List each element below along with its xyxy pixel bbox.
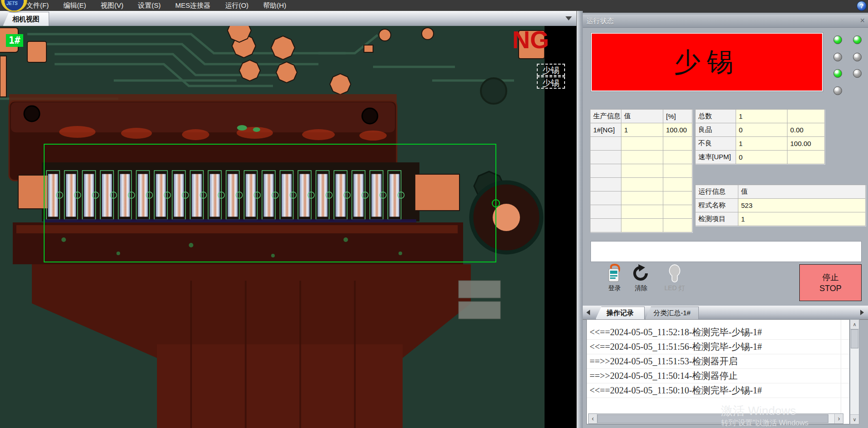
table-label-cell	[590, 178, 621, 191]
menu-item-6[interactable]: 帮助(H)	[263, 1, 286, 10]
table-value-cell	[663, 137, 692, 151]
stop-label-en: STOP	[819, 283, 842, 294]
table-value-cell	[621, 205, 663, 219]
clear-button[interactable]: 清除	[628, 263, 654, 298]
status-led-1-1	[853, 53, 862, 61]
table-row: 总数1	[696, 110, 825, 123]
chevron-down-icon[interactable]	[565, 16, 572, 20]
table-value-cell	[663, 205, 692, 219]
table-label-cell	[590, 137, 621, 151]
tab-camera-view[interactable]: 相机视图	[3, 12, 49, 26]
table-label-cell: 检测项目	[696, 212, 738, 226]
log-horizontal-scrollbar[interactable]: ‹ ›	[588, 413, 843, 424]
table-value-cell: 523	[738, 199, 866, 212]
result-label: NG	[512, 27, 549, 52]
table-label-cell: 程式名称	[696, 199, 738, 212]
menu-item-5[interactable]: 运行(O)	[225, 1, 249, 10]
led-label: LED 灯	[664, 284, 685, 292]
message-box[interactable]	[590, 241, 862, 262]
run-status-panel: 运行状态 × 少锡 生产信息值[%]1#[NG]1100.00 总数1良品00.…	[583, 11, 868, 428]
clear-label: 清除	[635, 284, 647, 292]
table-label-cell: 速率[UPM]	[696, 151, 736, 164]
table-value-cell	[663, 191, 692, 205]
table-row	[590, 151, 692, 164]
table-value-cell	[663, 151, 692, 164]
pcb-photo	[0, 26, 576, 428]
table-value-cell: 1	[738, 212, 866, 226]
table-row: 不良1100.00	[696, 137, 825, 151]
scroll-left-icon[interactable]: ‹	[589, 414, 597, 423]
log-entry-0[interactable]: <<==2024-05-05_11:52:18-检测完毕-少锡-1#	[587, 325, 849, 340]
table-label-cell: 值	[738, 185, 866, 199]
log-vertical-scrollbar[interactable]: ∧ ∨	[850, 319, 859, 424]
defect-tag: 少锡	[537, 76, 565, 89]
table-row: 1#[NG]1100.00	[590, 123, 692, 137]
table-label-cell: [%]	[663, 110, 692, 123]
table-label-cell	[590, 205, 621, 219]
status-led-2-1	[853, 69, 862, 78]
menu-item-4[interactable]: MES连接器	[175, 1, 211, 10]
table-row	[590, 164, 692, 178]
status-led-2-0	[833, 69, 842, 78]
tab-operation-log[interactable]: 操作记录	[595, 307, 645, 319]
status-led-0-0	[833, 35, 842, 44]
table-label-cell: 运行信息	[696, 185, 738, 199]
table-value-cell: 0	[736, 151, 787, 164]
table-row	[590, 219, 692, 232]
vscroll-thumb[interactable]	[851, 329, 858, 348]
operation-log-list[interactable]: <<==2024-05-05_11:52:18-检测完毕-少锡-1#<<==20…	[586, 319, 850, 424]
table-value-cell: 1	[736, 137, 787, 151]
log-entry-4[interactable]: <<==2024-05-05_11:50:10-检测完毕-少锡-1#	[587, 383, 849, 398]
table-row: 检测项目1	[696, 212, 866, 226]
status-led-1-0	[833, 53, 842, 61]
menu-item-0[interactable]: 文件(F)	[26, 1, 49, 10]
table-label-cell: 良品	[696, 123, 736, 137]
table-label-cell	[590, 151, 621, 164]
result-banner: 少锡	[590, 32, 823, 92]
table-label-cell: 生产信息	[590, 110, 621, 123]
app-logo-text: JETS	[6, 1, 18, 6]
badge-icon	[605, 263, 624, 283]
log-entry-2[interactable]: ==>>2024-05-05_11:51:53-检测器开启	[587, 354, 849, 369]
scroll-up-icon[interactable]: ∧	[850, 320, 859, 329]
bulb-icon	[665, 263, 684, 283]
tab-classification-summary[interactable]: 分类汇总-1#	[645, 307, 699, 319]
table-row: 良品00.00	[696, 123, 825, 137]
table-row: 运行信息值	[696, 185, 866, 199]
table-value-cell: 100.00	[663, 123, 692, 137]
camera-tabstrip: 相机视图	[0, 11, 576, 26]
menu-item-1[interactable]: 编辑(E)	[63, 1, 86, 10]
table-label-cell: 值	[621, 110, 663, 123]
table-label-cell: 1#[NG]	[590, 123, 621, 137]
table-value-cell	[621, 151, 663, 164]
menu-item-3[interactable]: 设置(S)	[138, 1, 161, 10]
panel-splitter[interactable]	[576, 11, 583, 428]
defect-tag: 少锡	[537, 64, 565, 76]
table-row	[590, 205, 692, 219]
table-value-cell	[621, 137, 663, 151]
help-icon[interactable]: ?	[857, 1, 867, 11]
table-value-cell: 1	[621, 123, 663, 137]
log-entry-1[interactable]: <<==2024-05-05_11:51:56-检测完毕-少锡-1#	[587, 340, 849, 354]
camera-image-area: 1# NG 少锡 少锡	[0, 26, 576, 428]
tab-scroll-right-icon[interactable]	[860, 310, 864, 315]
log-entry-3[interactable]: ==>>2024-05-05_11:50:14-检测器停止	[587, 369, 849, 383]
menu-item-2[interactable]: 视图(V)	[101, 1, 123, 10]
table-label-cell	[590, 164, 621, 178]
table-value-cell	[787, 151, 825, 164]
hscroll-thumb[interactable]	[597, 414, 828, 423]
tab-scroll-left-icon[interactable]	[586, 310, 590, 315]
refresh-icon	[631, 263, 651, 283]
scroll-right-icon[interactable]: ›	[834, 414, 843, 423]
table-row	[590, 178, 692, 191]
log-tabstrip: 操作记录 分类汇总-1#	[583, 306, 868, 320]
scroll-down-icon[interactable]: ∨	[850, 414, 859, 424]
login-button[interactable]: 登录	[601, 263, 628, 298]
table-row: 生产信息值[%]	[590, 110, 692, 123]
table-value-cell	[621, 219, 663, 232]
close-icon[interactable]: ×	[860, 16, 865, 25]
stop-button[interactable]: 停止 STOP	[799, 264, 862, 301]
table-value-cell	[663, 219, 692, 232]
led-light-button[interactable]: LED 灯	[661, 263, 688, 298]
table-value-cell	[787, 110, 825, 123]
